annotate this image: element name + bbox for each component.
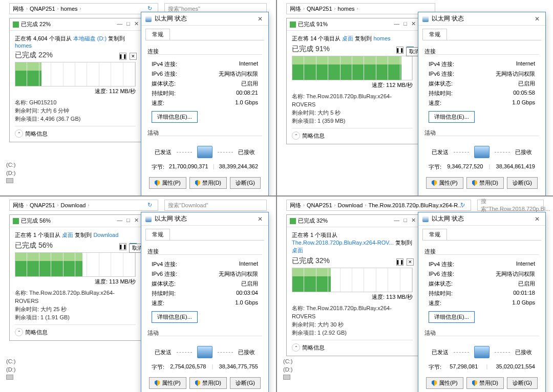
pause-button[interactable]: ❚❚ [396, 47, 403, 54]
ethernet-icon [422, 16, 429, 22]
diagnose-button[interactable]: 诊断(G) [507, 377, 538, 389]
close-button[interactable]: ✕ [134, 20, 139, 27]
close-button[interactable]: ✕ [411, 217, 416, 224]
details-button[interactable]: 详细信息(E)... [429, 111, 475, 123]
dest-link[interactable]: 桌面 [292, 247, 303, 253]
drive-label[interactable]: (C:) [6, 162, 15, 168]
drive-panel: (C:) (D:) [283, 356, 292, 382]
close-button[interactable]: ✕ [255, 14, 265, 24]
search-input[interactable]: 搜索"Download" [164, 200, 267, 211]
cell-top-left: 网络› QNAP251› homes› ↻ 搜索"homes" 已完成 22% … [0, 0, 276, 195]
properties-button[interactable]: 属性(P) [426, 377, 463, 389]
maximize-button[interactable]: □ [126, 217, 130, 224]
diagnose-button[interactable]: 诊断(G) [230, 177, 261, 189]
cell-bottom-right: 网络› QNAP251› Download› The.Row.2018.720p… [277, 197, 553, 392]
minimize-button[interactable]: — [117, 20, 122, 27]
activity-diagram: 已发送已接收 [147, 146, 262, 158]
disable-button[interactable]: 禁用(D) [189, 177, 227, 189]
fewer-details-toggle[interactable]: ⌃简略信息 [15, 126, 136, 138]
properties-button[interactable]: 属性(P) [149, 377, 186, 389]
properties-button[interactable]: 属性(P) [426, 177, 463, 189]
tab-general[interactable]: 常规 [145, 29, 170, 40]
cell-top-right: 网络› QNAP251› homes› 已完成 91%—□✕ 正在将 14 个项… [277, 0, 553, 195]
pause-button[interactable]: ❚❚ [119, 243, 126, 250]
breadcrumb-item[interactable]: homes [61, 6, 78, 12]
pause-button[interactable]: ❚❚ [396, 258, 403, 266]
maximize-button[interactable]: □ [403, 20, 407, 27]
disable-button[interactable]: 禁用(D) [466, 377, 504, 389]
pause-button[interactable]: ❚❚ [119, 53, 126, 60]
search-input[interactable]: 搜索"The.Row.2018.720p.Bl... [477, 200, 544, 211]
details-button[interactable]: 详细信息(E)... [152, 311, 198, 323]
dest-link[interactable]: homes [374, 35, 391, 41]
cancel-button[interactable]: ✕ [130, 53, 137, 60]
close-button[interactable]: ✕ [532, 214, 542, 224]
fewer-details-toggle[interactable]: ⌃简略信息 [292, 340, 413, 352]
copy-progress-window: 已完成 56%—□✕ 正在将 1 个项目从 桌面 复制到 Download 已完… [9, 214, 141, 341]
breadcrumb[interactable]: 网络› QNAP251› homes› ↻ [9, 3, 158, 14]
copy-progress-window: 已完成 32%—□✕ 正在将 1 个项目从 The.Row.2018.720p.… [286, 214, 418, 356]
properties-button[interactable]: 属性(P) [149, 177, 186, 189]
fewer-details-toggle[interactable]: ⌃简略信息 [292, 128, 413, 140]
dest-link[interactable]: Download [93, 232, 118, 238]
breadcrumb[interactable]: 网络› QNAP251› Download› The.Row.2018.720p… [286, 200, 471, 211]
disable-button[interactable]: 禁用(D) [466, 177, 504, 189]
minimize-button[interactable]: — [117, 217, 122, 224]
breadcrumb-item[interactable]: QNAP251 [30, 6, 55, 12]
copy-icon [13, 218, 19, 224]
breadcrumb[interactable]: 网络› QNAP251› homes› [286, 3, 435, 14]
diagnose-button[interactable]: 诊断(G) [230, 377, 261, 389]
minimize-button[interactable]: — [394, 217, 399, 224]
computer-icon [474, 346, 490, 358]
details-button[interactable]: 详细信息(E)... [429, 311, 475, 323]
ethernet-icon [422, 216, 429, 222]
ethernet-icon [145, 16, 152, 22]
close-button[interactable]: ✕ [134, 217, 139, 224]
disable-button[interactable]: 禁用(D) [189, 377, 227, 389]
ethernet-status-window: 以太网 状态✕ 常规 连接 IPv4 连接:Internet IPv6 连接:无… [141, 212, 269, 392]
source-link[interactable]: 本地磁盘 (D:) [73, 35, 107, 41]
tab-general[interactable]: 常规 [422, 229, 447, 240]
drive-panel: (C:) (D:) [6, 356, 15, 382]
source-link[interactable]: The.Row.2018.720p.BluRay.x264-ROV... [292, 239, 394, 246]
tab-general[interactable]: 常规 [422, 29, 447, 40]
maximize-button[interactable]: □ [126, 20, 130, 27]
window-titlebar[interactable]: 以太网 状态✕ [141, 12, 268, 26]
copy-icon [290, 21, 296, 28]
close-button[interactable]: ✕ [255, 214, 265, 224]
diagnose-button[interactable]: 诊断(G) [507, 177, 538, 189]
refresh-icon[interactable]: ↻ [147, 202, 155, 209]
drive-label[interactable]: (D:) [6, 170, 15, 176]
shield-icon [155, 180, 160, 186]
dest-link[interactable]: homes [15, 42, 32, 49]
details-button[interactable]: 详细信息(E)... [152, 111, 198, 123]
fewer-details-toggle[interactable]: ⌃简略信息 [15, 324, 136, 336]
computer-icon [197, 346, 212, 358]
ethernet-icon [145, 216, 152, 222]
close-button[interactable]: ✕ [532, 14, 542, 24]
ethernet-status-window: 以太网 状态✕ 常规 连接 IPv4 连接:Internet IPv6 连接:无… [418, 212, 546, 392]
copy-description: 正在将 4,604 个项目从 本地磁盘 (D:) 复制到 homes [15, 35, 136, 49]
disk-icon [6, 178, 13, 183]
chevron-right-icon: › [26, 6, 28, 11]
refresh-icon[interactable]: ↻ [460, 202, 467, 209]
copy-icon [13, 21, 19, 28]
source-link[interactable]: 桌面 [342, 35, 353, 41]
source-link[interactable]: 桌面 [62, 232, 73, 238]
breadcrumb-item[interactable]: 网络 [13, 5, 24, 13]
progress-label: 已完成 22% [15, 51, 136, 60]
minimize-button[interactable]: — [394, 20, 399, 27]
maximize-button[interactable]: □ [403, 217, 407, 224]
breadcrumb[interactable]: 网络› QNAP251› Download› ↻ [9, 200, 158, 211]
cancel-button[interactable]: ✕ [407, 258, 414, 266]
window-titlebar[interactable]: 已完成 22% —□✕ [10, 18, 141, 31]
window-title: 已完成 22% [21, 20, 51, 28]
close-button[interactable]: ✕ [411, 20, 416, 27]
refresh-icon[interactable]: ↻ [147, 5, 155, 12]
tab-general[interactable]: 常规 [145, 229, 170, 240]
cell-bottom-left: 网络› QNAP251› Download› ↻ 搜索"Download" 已完… [0, 197, 276, 392]
chevron-right-icon: › [80, 6, 81, 11]
ethernet-status-window: 以太网 状态✕ 常规 连接 IPv4 连接:Internet IPv6 连接:无… [141, 12, 269, 195]
copy-progress-window: 已完成 22% —□✕ 正在将 4,604 个项目从 本地磁盘 (D:) 复制到… [9, 18, 141, 142]
copy-details: 名称: GH015210剩余时间: 大约 6 分钟剩余项目: 4,496 (36… [15, 98, 136, 123]
